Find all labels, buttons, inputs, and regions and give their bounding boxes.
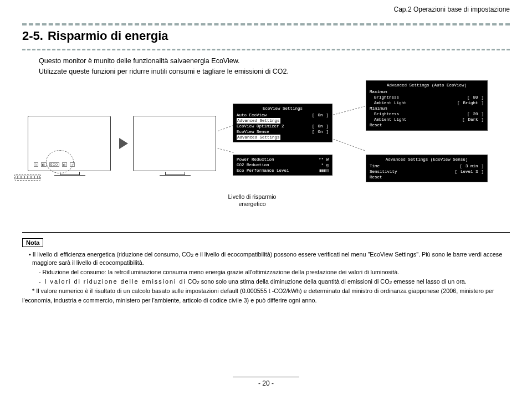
nota-p1: • Il livello di efficienza energetica (r…	[29, 250, 510, 268]
monitor-illustration-right	[133, 116, 216, 171]
intro-line2: Utilizzate queste funzioni per ridurre i…	[39, 66, 510, 77]
osd-auto-title: Advanced Settings (Auto EcoView)	[370, 83, 484, 88]
figure: ▯◧ECO◐☼ EcoView Settings Auto EcoView[On…	[33, 83, 510, 227]
arrow-icon	[119, 138, 128, 149]
nota-body: • Il livello di efficienza energetica (r…	[29, 250, 510, 306]
connector-3	[333, 106, 365, 115]
section-number: 2-5.	[22, 29, 43, 43]
page-footer: - 20 -	[0, 377, 532, 387]
monitor-base	[54, 175, 85, 176]
figure-caption: Livello di risparmio energetico	[219, 193, 285, 208]
connector-4	[334, 138, 365, 150]
page-number: - 20 -	[0, 379, 532, 387]
connector-1	[218, 125, 234, 131]
divider-top	[22, 23, 510, 25]
intro-line1: Questo monitor è munito delle funzionali…	[39, 56, 510, 66]
intro-text: Questo monitor è munito delle funzionali…	[39, 56, 510, 77]
nota-p4b: l'economia, industria e commercio, minis…	[22, 296, 510, 305]
chapter-header: Cap.2 Operazioni base di impostazione	[22, 6, 510, 13]
divider-under-title	[22, 49, 510, 50]
osd-auto-ecoview: Advanced Settings (Auto EcoView) Maximum…	[366, 80, 488, 131]
buttons-callout	[14, 174, 41, 181]
nota-p3: - I valori di riduzione delle emissioni …	[29, 278, 510, 286]
section-heading: 2-5. Risparmio di energia	[22, 29, 510, 47]
nota-p4a: * Il valore numerico è il risultato di u…	[29, 287, 510, 296]
nota-label: Nota	[22, 238, 43, 247]
osd-title: EcoView Settings	[237, 106, 329, 111]
osd-power-reduction: Power Reduction** W CO2 Reduction* g Eco…	[233, 155, 332, 176]
osd-ecoview-sense: Advanced Settings (EcoView Sense) Time[3…	[366, 155, 488, 183]
highlight-circle	[46, 150, 74, 173]
connector-2	[217, 148, 233, 153]
section-title: Risparmio di energia	[48, 29, 168, 43]
monitor-base-r	[160, 175, 191, 176]
footer-rule	[233, 377, 299, 377]
page: Cap.2 Operazioni base di impostazione 2-…	[0, 0, 532, 305]
osd-ecoview-settings: EcoView Settings Auto EcoView[On] Advanc…	[233, 104, 332, 143]
monitor-illustration-left: ▯◧ECO◐☼	[28, 116, 111, 171]
nota-p2: - Riduzione del consumo: la retroillumin…	[29, 268, 510, 277]
note-rule	[22, 232, 510, 233]
osd-sense-title: Advanced Settings (EcoView Sense)	[370, 157, 484, 162]
